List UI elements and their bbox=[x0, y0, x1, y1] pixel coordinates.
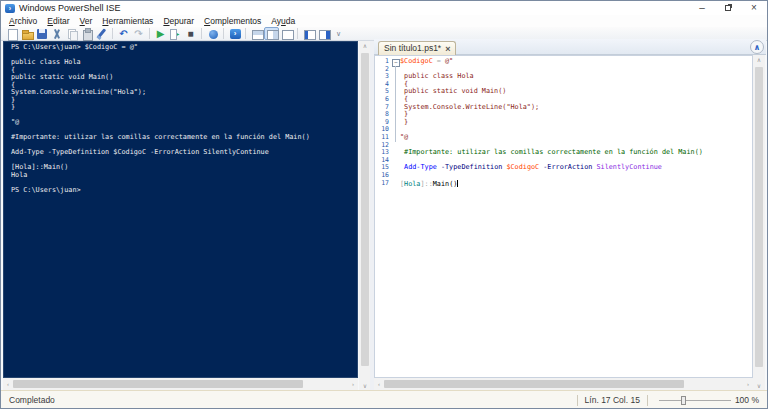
close-button[interactable]: × bbox=[741, 1, 767, 15]
editor-vscroll-thumb[interactable] bbox=[755, 67, 763, 367]
editor-line: 1$CodigoC = @" bbox=[375, 58, 752, 66]
cut-icon bbox=[51, 28, 63, 40]
undo-button[interactable]: ↶ bbox=[116, 27, 131, 40]
menu-herramientas[interactable]: Herramientas bbox=[97, 15, 158, 27]
script-editor[interactable]: 1$CodigoC = @"2 3 public class Hola4 {5 … bbox=[374, 55, 753, 378]
save-script-button[interactable] bbox=[34, 27, 49, 40]
start-powershell-button[interactable] bbox=[227, 27, 242, 40]
editor-line: 10 bbox=[375, 126, 752, 134]
code-text bbox=[400, 172, 404, 180]
zoom-slider[interactable] bbox=[659, 400, 731, 401]
run-selection-button[interactable]: ▶ bbox=[168, 27, 183, 40]
fold-column bbox=[391, 134, 400, 142]
open-script-icon bbox=[21, 28, 33, 40]
console-line: } bbox=[11, 104, 357, 112]
undo-icon: ↶ bbox=[118, 28, 130, 40]
fold-collapse-icon[interactable] bbox=[391, 58, 400, 66]
editor-line: 16 bbox=[375, 172, 752, 180]
show-command-window-button[interactable] bbox=[301, 27, 316, 40]
menu-depurar[interactable]: Depurar bbox=[158, 15, 199, 27]
zoom-level: 100 % bbox=[735, 395, 768, 405]
toolbar-separator bbox=[297, 28, 298, 39]
toolbar-separator bbox=[245, 28, 246, 39]
fold-column bbox=[391, 149, 400, 157]
run-selection-icon: ▶ bbox=[170, 28, 182, 40]
restore-button[interactable] bbox=[715, 1, 741, 15]
fold-column bbox=[391, 157, 400, 165]
toolbar-overflow-button[interactable]: ∨ bbox=[331, 27, 346, 40]
line-number: 17 bbox=[375, 180, 391, 188]
editor-line: 5 public static void Main() bbox=[375, 88, 752, 96]
minimize-button[interactable]: – bbox=[689, 1, 715, 15]
scroll-down-icon[interactable]: ∨ bbox=[753, 382, 765, 389]
show-command-addon-icon bbox=[318, 28, 330, 40]
script-pane-maximized-button[interactable] bbox=[279, 27, 294, 40]
status-separator bbox=[647, 395, 648, 406]
paste-button[interactable] bbox=[79, 27, 94, 40]
console-pane[interactable]: PS C:\Users\juan> $CodigoC = @" public c… bbox=[3, 41, 358, 378]
code-text: [Hola]::Main() bbox=[400, 180, 458, 188]
fold-column bbox=[391, 119, 400, 127]
console-line: "@ bbox=[11, 119, 357, 127]
cut-button[interactable] bbox=[49, 27, 64, 40]
editor-line: 13 #Importante: utilizar las comillas co… bbox=[375, 149, 752, 157]
code-text: System.Console.WriteLine("Hola"); bbox=[400, 104, 539, 112]
status-separator bbox=[577, 395, 578, 406]
editor-vertical-scrollbar[interactable]: ∧ ∨ bbox=[753, 55, 765, 390]
status-bar: Completado Lín. 17 Col. 15 100 % bbox=[1, 390, 768, 409]
menu-complementos[interactable]: Complementos bbox=[199, 15, 266, 27]
console-vscroll-thumb[interactable] bbox=[361, 53, 369, 366]
stop-operation-button[interactable]: ■ bbox=[183, 27, 198, 40]
scroll-left-icon[interactable]: ‹ bbox=[3, 381, 13, 387]
tab-close-icon[interactable]: × bbox=[445, 44, 450, 54]
fold-column bbox=[391, 180, 400, 188]
menu-ayuda[interactable]: Ayuda bbox=[266, 15, 300, 27]
console-line: Add-Type -TypeDefinition $CodigoC -Error… bbox=[11, 149, 357, 157]
editor-line: 15 Add-Type -TypeDefinition $CodigoC -Er… bbox=[375, 164, 752, 172]
editor-line: 8 } bbox=[375, 111, 752, 119]
window-controls: – × bbox=[689, 1, 767, 15]
menu-editar[interactable]: Editar bbox=[42, 15, 74, 27]
toolbar-separator bbox=[149, 28, 150, 39]
show-command-addon-button[interactable] bbox=[316, 27, 331, 40]
scroll-left-icon[interactable]: ‹ bbox=[374, 381, 384, 387]
scroll-up-icon[interactable]: ∧ bbox=[753, 56, 765, 63]
clear-console-pane-button[interactable] bbox=[94, 27, 109, 40]
show-command-window-icon bbox=[303, 28, 315, 40]
menu-ver[interactable]: Ver bbox=[75, 15, 98, 27]
console-line: } bbox=[11, 97, 357, 105]
script-tab[interactable]: Sin título1.ps1* × bbox=[378, 41, 456, 55]
script-pane-right-icon bbox=[266, 28, 278, 40]
scroll-right-icon[interactable]: › bbox=[743, 381, 753, 387]
console-horizontal-scrollbar[interactable]: ‹ › bbox=[3, 378, 358, 390]
menu-bar: ArchivoEditarVerHerramientasDepurarCompl… bbox=[1, 15, 767, 27]
run-script-button[interactable]: ▶ bbox=[153, 27, 168, 40]
zoom-slider-thumb[interactable] bbox=[681, 396, 686, 405]
fold-column bbox=[391, 111, 400, 119]
console-hscroll-thumb[interactable] bbox=[13, 380, 303, 388]
start-powershell-icon bbox=[229, 28, 241, 40]
new-remote-powershell-tab-button[interactable] bbox=[205, 27, 220, 40]
redo-icon: ↷ bbox=[133, 28, 145, 40]
fold-column bbox=[391, 104, 400, 112]
open-script-button[interactable] bbox=[19, 27, 34, 40]
title-bar: › Windows PowerShell ISE – × bbox=[1, 1, 767, 15]
fold-column bbox=[391, 96, 400, 104]
script-pane-top-button[interactable] bbox=[249, 27, 264, 40]
scroll-right-icon[interactable]: › bbox=[348, 381, 358, 387]
powershell-ise-app-icon: › bbox=[5, 4, 15, 13]
code-text: $CodigoC = @" bbox=[400, 58, 453, 66]
script-pane-right-button[interactable] bbox=[264, 27, 279, 40]
editor-line: 3 public class Hola bbox=[375, 73, 752, 81]
editor-hscroll-thumb[interactable] bbox=[384, 380, 684, 388]
expand-script-pane-button[interactable]: ∧ bbox=[750, 40, 764, 54]
new-script-button[interactable] bbox=[4, 27, 19, 40]
editor-horizontal-scrollbar[interactable]: ‹ › bbox=[374, 378, 753, 390]
console-line: PS C:\Users\juan> $CodigoC = @" bbox=[11, 44, 357, 52]
redo-button[interactable]: ↷ bbox=[131, 27, 146, 40]
paste-icon bbox=[81, 28, 93, 40]
run-script-icon: ▶ bbox=[155, 28, 167, 40]
menu-archivo[interactable]: Archivo bbox=[4, 15, 42, 27]
copy-button[interactable] bbox=[64, 27, 79, 40]
code-text: #Importante: utilizar las comillas corre… bbox=[400, 149, 703, 157]
